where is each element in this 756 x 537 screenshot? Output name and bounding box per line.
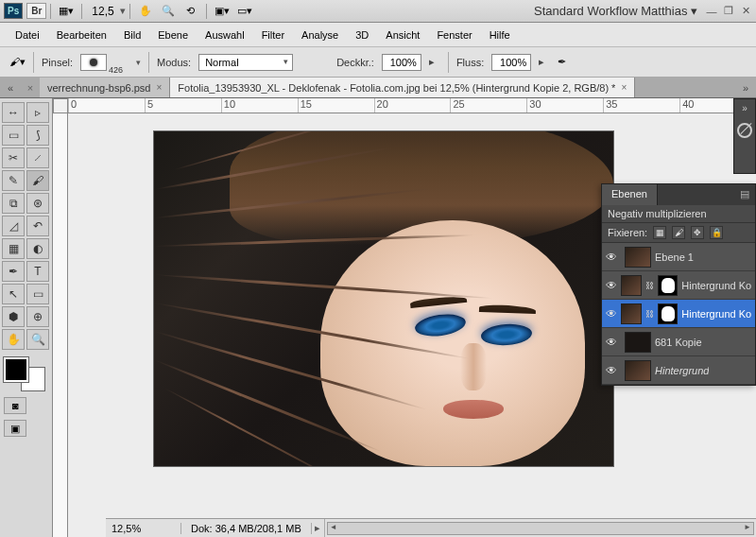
screen-mode-toggle-icon[interactable]: ▣ [4,420,26,437]
expand-panels-icon[interactable]: » [734,99,755,113]
color-panel-icon[interactable] [737,123,752,138]
visibility-eye-icon[interactable]: 👁 [606,251,621,264]
menu-bearbeiten[interactable]: Bearbeiten [49,26,114,43]
menu-datei[interactable]: Datei [8,26,47,43]
gradient-tool[interactable]: ▦ [2,238,25,259]
layer-thumbnail[interactable] [625,360,651,381]
menu-auswahl[interactable]: Auswahl [198,26,252,43]
layer-name-label[interactable]: Hintergrund Kopie 3 [681,280,751,291]
close-icon[interactable]: ✕ [739,5,752,18]
layer-thumbnail[interactable] [625,247,651,268]
airbrush-icon[interactable]: ✒ [558,56,566,68]
lock-transparency-icon[interactable]: ▦ [653,226,666,239]
document-tab-1[interactable]: verrechnung-bsp6.psd × [40,78,170,97]
lock-pixels-icon[interactable]: 🖌 [672,226,685,239]
layer-row[interactable]: 👁Ebene 1 [602,243,755,271]
clone-stamp-tool[interactable]: ⧉ [2,193,25,214]
rectangle-tool[interactable]: ▭ [26,284,49,304]
tab-close-icon[interactable]: × [621,82,627,93]
menu-hilfe[interactable]: Hilfe [482,26,518,43]
layer-thumbnail[interactable] [621,275,642,296]
layer-name-label[interactable]: Ebene 1 [655,251,694,263]
hand-tool-icon[interactable]: ✋ [134,2,157,21]
history-brush-tool[interactable]: ↶ [26,216,49,236]
layers-panel[interactable]: Ebenen ▤ Negativ multiplizieren Fixieren… [601,183,756,386]
zoom-tool-icon[interactable]: 🔍 [157,2,180,21]
quick-mask-icon[interactable]: ◙ [4,397,26,414]
ps-logo-icon[interactable]: Ps [4,3,23,19]
layer-row[interactable]: 👁⛓Hintergrund Kopie 2 [602,300,755,328]
eraser-tool[interactable]: ◿ [2,216,25,236]
flow-flyout-icon[interactable]: ▸ [539,56,550,68]
horizontal-scrollbar[interactable] [327,522,754,535]
layer-mask-link-icon[interactable]: ⛓ [645,309,654,319]
layer-mask-thumbnail[interactable] [658,275,679,296]
flow-field[interactable]: 100% [491,54,531,71]
healing-tool[interactable]: ⊛ [26,193,49,214]
menu-3d[interactable]: 3D [348,26,376,43]
status-info-flyout-icon[interactable]: ▸ [312,519,325,537]
menu-fenster[interactable]: Fenster [429,26,479,43]
layer-name-label[interactable]: 681 Kopie [655,337,702,348]
rotate-view-icon[interactable]: ⟲ [180,2,202,21]
3d-camera-tool[interactable]: ⊕ [26,306,49,327]
crop-tool[interactable]: ✂ [2,147,25,168]
layer-name-label[interactable]: Hintergrund [655,365,709,376]
document-canvas[interactable] [153,130,614,467]
lasso-tool[interactable]: ⟆ [26,125,49,146]
layer-thumbnail[interactable] [621,303,642,324]
layer-row[interactable]: 👁⛓Hintergrund Kopie 3 [602,271,755,300]
tab-close-icon[interactable]: × [156,82,162,93]
layer-row[interactable]: 👁Hintergrund [602,356,755,385]
tab-close-prev[interactable]: × [21,78,40,97]
dodge-tool[interactable]: ◐ [26,238,49,259]
workspace-selector[interactable]: Standard Workflow Matthias ▾ [256,4,705,18]
zoom-level[interactable]: 12,5 [86,5,119,18]
layer-thumbnail[interactable] [625,332,651,353]
layer-row[interactable]: 👁681 Kopie [602,328,755,356]
color-swatches[interactable] [2,355,47,393]
3d-tool[interactable]: ⬢ [2,306,25,327]
menu-ebene[interactable]: Ebene [150,26,196,43]
document-tab-2[interactable]: Fotolia_13953930_XL - Deklofenak - Fotol… [170,78,635,97]
visibility-eye-icon[interactable]: 👁 [606,279,617,292]
eyedropper-tool[interactable]: ✎ [2,170,25,191]
foreground-color-swatch[interactable] [4,357,28,382]
brush-picker-chevron-icon[interactable]: ▾ [136,58,141,67]
status-zoom-field[interactable]: 12,5% [106,523,181,534]
panel-menu-icon[interactable]: ▤ [734,184,755,205]
arrange-docs-icon[interactable]: ▣▾ [211,2,233,21]
blend-mode-dropdown[interactable]: Normal [198,54,293,71]
screen-mode-icon[interactable]: ▭▾ [233,2,256,21]
menu-ansicht[interactable]: Ansicht [378,26,427,43]
tabs-scroll-right-icon[interactable]: » [735,78,756,97]
pen-tool[interactable]: ✒ [2,261,25,282]
brush-preview[interactable] [80,54,107,71]
layer-blend-mode-dropdown[interactable]: Negativ multiplizieren [608,208,749,219]
opacity-flyout-icon[interactable]: ▸ [429,56,440,68]
layer-mask-link-icon[interactable]: ⛓ [645,281,654,290]
status-doc-info[interactable]: Dok: 36,4 MB/208,1 MB [181,523,312,534]
lock-all-icon[interactable]: 🔒 [710,226,723,239]
minimize-icon[interactable]: — [705,5,718,18]
collapsed-panel-dock[interactable]: » [733,98,756,174]
zoom-tool[interactable]: 🔍 [26,329,49,350]
ruler-origin[interactable] [53,98,68,113]
move-tool[interactable]: ↔ [2,102,25,123]
horizontal-ruler[interactable]: 0 5 10 15 20 25 30 35 40 [68,98,756,113]
menu-filter[interactable]: Filter [254,26,292,43]
hand-tool[interactable]: ✋ [2,329,25,350]
tool-preset-icon[interactable]: 🖌▾ [9,56,26,68]
vertical-ruler[interactable] [53,113,68,537]
path-select-tool[interactable]: ↖ [2,284,25,304]
type-tool[interactable]: T [26,261,49,282]
viewmode-icon[interactable]: ▦▾ [55,2,77,21]
tabs-scroll-left-icon[interactable]: « [0,78,21,97]
bridge-icon[interactable]: Br [26,3,46,19]
visibility-eye-icon[interactable]: 👁 [606,364,621,377]
layer-mask-thumbnail[interactable] [658,303,679,324]
direct-select-tool[interactable]: ▹ [26,102,49,123]
marquee-tool[interactable]: ▭ [2,125,25,146]
brush-tool[interactable]: 🖌 [26,170,49,191]
quick-select-tool[interactable]: ⟋ [26,147,49,168]
